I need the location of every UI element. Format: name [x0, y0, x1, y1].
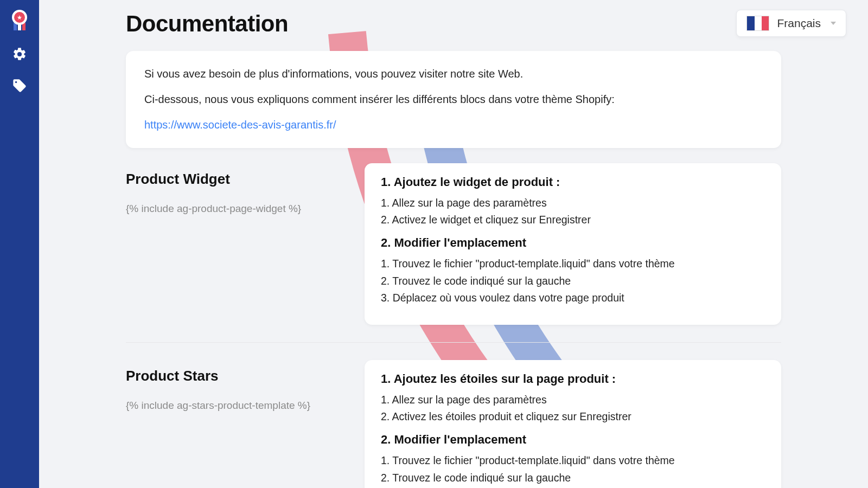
- step-line: 2. Trouvez le code indiqué sur la gauche: [381, 470, 765, 486]
- language-selector[interactable]: Français: [736, 10, 846, 37]
- step-heading: 2. Modifier l'emplacement: [381, 433, 765, 447]
- step-line: 1. Allez sur la page des paramètres: [381, 195, 765, 211]
- step-line: 1. Trouvez le fichier "product-template.…: [381, 255, 765, 272]
- section-title: Product Stars: [126, 368, 343, 384]
- step-line: 1. Trouvez le fichier "product-template.…: [381, 452, 765, 469]
- step-line: 2. Activez les étoiles produit et clique…: [381, 408, 765, 425]
- section-steps-card: 1. Ajoutez les étoiles sur la page produ…: [365, 360, 781, 488]
- intro-text-2: Ci-dessous, nous vous expliquons comment…: [144, 92, 763, 107]
- main-content: Documentation Si vous avez besoin de plu…: [39, 0, 868, 488]
- page-title: Documentation: [126, 11, 781, 37]
- section-title: Product Widget: [126, 171, 343, 188]
- language-label: Français: [777, 17, 821, 30]
- step-heading: 1. Ajoutez les étoiles sur la page produ…: [381, 372, 765, 386]
- doc-section-product-widget: Product Widget {% include ag-product-pag…: [126, 163, 781, 325]
- settings-icon[interactable]: [12, 47, 27, 62]
- step-line: 1. Allez sur la page des paramètres: [381, 391, 765, 408]
- sidebar: [0, 0, 39, 488]
- step-line: 2. Trouvez le code indiqué sur la gauche: [381, 273, 765, 290]
- intro-link[interactable]: https://www.societe-des-avis-garantis.fr…: [144, 119, 336, 131]
- section-steps-card: 1. Ajoutez le widget de produit : 1. All…: [365, 163, 781, 325]
- tag-icon[interactable]: [12, 78, 27, 93]
- step-line: 3. Déplacez où vous voulez dans votre pa…: [381, 290, 765, 306]
- step-heading: 2. Modifier l'emplacement: [381, 236, 765, 250]
- step-line: 2. Activez le widget et cliquez sur Enre…: [381, 211, 765, 228]
- section-code-snippet: {% include ag-stars-product-template %}: [126, 400, 343, 412]
- flag-france-icon: [746, 16, 769, 31]
- chevron-down-icon: [831, 22, 836, 25]
- section-code-snippet: {% include ag-product-page-widget %}: [126, 203, 343, 215]
- intro-text-1: Si vous avez besoin de plus d'informatio…: [144, 66, 763, 82]
- doc-section-product-stars: Product Stars {% include ag-stars-produc…: [126, 342, 781, 488]
- step-heading: 1. Ajoutez le widget de produit :: [381, 175, 765, 189]
- app-logo[interactable]: [12, 10, 27, 30]
- intro-card: Si vous avez besoin de plus d'informatio…: [126, 51, 781, 148]
